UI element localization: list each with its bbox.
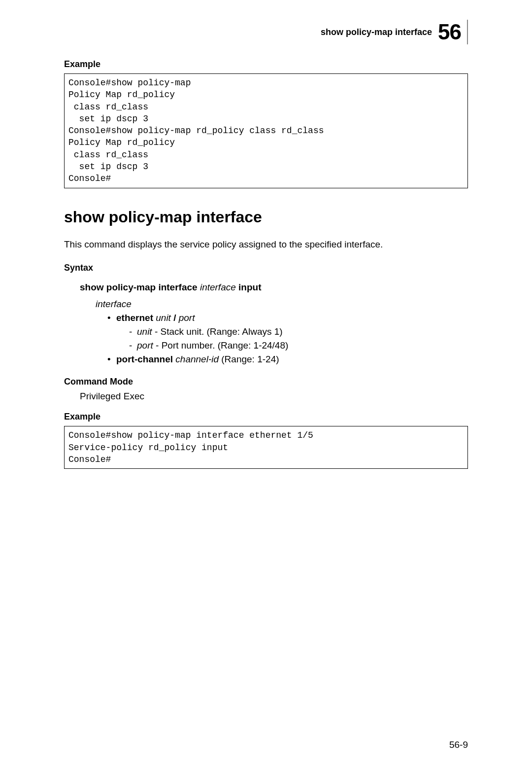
- example2-code-block: Console#show policy-map interface ethern…: [64, 426, 468, 469]
- syntax-param-interface: interface: [96, 299, 468, 310]
- syntax-cmd-bold2: input: [238, 282, 261, 292]
- unit-text: - Stack unit. (Range: Always 1): [155, 326, 283, 337]
- example1-code-block: Console#show policy-map Policy Map rd_po…: [64, 73, 468, 188]
- syntax-ethernet-item: ethernet unit / port unit - Stack unit. …: [107, 313, 468, 351]
- page-header: show policy-map interface 56: [64, 20, 468, 44]
- syntax-command-line: show policy-map interface interface inpu…: [80, 282, 468, 293]
- unit-desc: unit - Stack unit. (Range: Always 1): [129, 326, 468, 337]
- port-text: - Port number. (Range: 1-24/48): [156, 340, 288, 351]
- example2-heading: Example: [64, 412, 468, 422]
- page-number: 56-9: [449, 739, 468, 750]
- ethernet-unit: unit: [156, 313, 171, 323]
- syntax-portchannel-item: port-channel channel-id (Range: 1-24): [107, 354, 468, 365]
- command-heading: show policy-map interface: [64, 208, 468, 226]
- ethernet-keyword: ethernet: [116, 313, 153, 323]
- syntax-heading: Syntax: [64, 263, 468, 273]
- header-breadcrumb: show policy-map interface: [321, 27, 432, 37]
- portchannel-italic: channel-id: [175, 354, 219, 364]
- command-mode-value: Privileged Exec: [80, 391, 468, 402]
- portchannel-text: (Range: 1-24): [221, 354, 279, 364]
- syntax-cmd-bold1: show policy-map interface: [80, 282, 198, 292]
- ethernet-slash: /: [173, 313, 176, 323]
- ethernet-port: port: [179, 313, 195, 323]
- portchannel-keyword: port-channel: [116, 354, 173, 364]
- command-description: This command displays the service policy…: [64, 238, 468, 251]
- ethernet-sublist: unit - Stack unit. (Range: Always 1) por…: [129, 326, 468, 351]
- command-mode-heading: Command Mode: [64, 377, 468, 387]
- example1-heading: Example: [64, 59, 468, 70]
- syntax-cmd-italic: interface: [200, 282, 236, 292]
- syntax-param-list: ethernet unit / port unit - Stack unit. …: [107, 313, 468, 365]
- port-desc: port - Port number. (Range: 1-24/48): [129, 340, 468, 351]
- port-italic: port: [137, 340, 153, 351]
- unit-italic: unit: [137, 326, 152, 337]
- chapter-number: 56: [438, 20, 468, 44]
